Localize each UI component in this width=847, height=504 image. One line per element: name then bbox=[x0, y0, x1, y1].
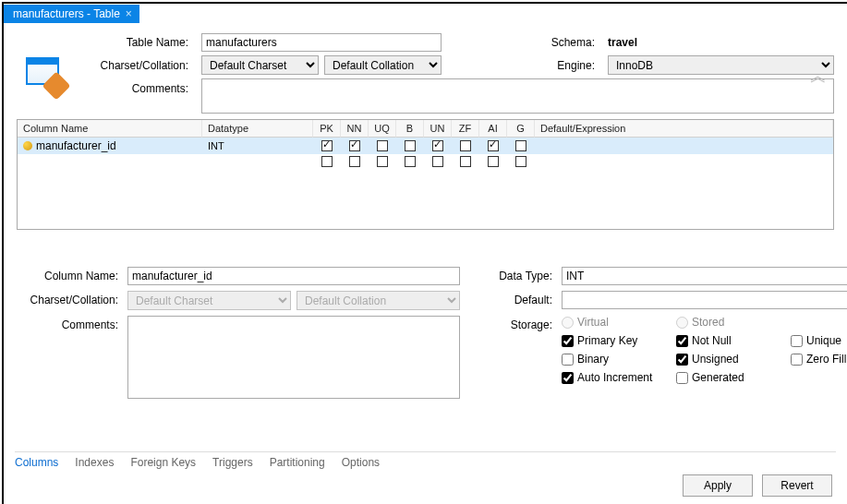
engine-select[interactable]: InnoDB bbox=[608, 55, 834, 75]
column-name-label: Column Name: bbox=[17, 267, 118, 282]
table-row-b[interactable] bbox=[396, 138, 424, 154]
table-row-zf[interactable] bbox=[452, 138, 479, 154]
column-name-input[interactable] bbox=[127, 267, 460, 285]
nn-checkbox[interactable]: Not Null bbox=[676, 334, 778, 347]
storage-options: Virtual Stored Primary Key Not Null Uniq… bbox=[562, 316, 847, 384]
tab-indexes[interactable]: Indexes bbox=[75, 456, 114, 469]
table-row-nn[interactable] bbox=[341, 138, 369, 154]
schema-label: Schema: bbox=[451, 36, 599, 49]
zf-checkbox[interactable]: Zero Fill bbox=[791, 353, 847, 366]
pk-checkbox[interactable]: Primary Key bbox=[562, 334, 663, 347]
table-name-label: Table Name: bbox=[81, 36, 192, 49]
col-header-uq[interactable]: UQ bbox=[369, 120, 396, 138]
b-checkbox[interactable]: Binary bbox=[562, 353, 663, 366]
default-input[interactable] bbox=[562, 291, 847, 309]
table-row-uq[interactable] bbox=[369, 138, 396, 154]
table-row-name[interactable]: manufacturer_id bbox=[18, 138, 202, 154]
bottom-tabs: Columns Indexes Foreign Keys Triggers Pa… bbox=[15, 451, 836, 469]
table-icon bbox=[17, 54, 72, 94]
detail-charset-label: Charset/Collation: bbox=[17, 291, 118, 306]
tab-title: manufacturers - Table bbox=[13, 7, 120, 20]
table-row-un[interactable] bbox=[424, 138, 452, 154]
table-editor-frame: manufacturers - Table × ︽ Table Name: Sc… bbox=[2, 2, 847, 504]
revert-button[interactable]: Revert bbox=[762, 474, 832, 497]
tab-foreign-keys[interactable]: Foreign Keys bbox=[130, 456, 196, 469]
comments-label: Comments: bbox=[81, 78, 192, 95]
stored-radio: Stored bbox=[676, 316, 778, 329]
comments-textarea[interactable] bbox=[201, 78, 834, 114]
detail-comments-textarea[interactable] bbox=[127, 316, 460, 399]
close-icon[interactable]: × bbox=[126, 7, 132, 20]
col-header-un[interactable]: UN bbox=[424, 120, 452, 138]
tab-partitioning[interactable]: Partitioning bbox=[270, 456, 325, 469]
table-row-datatype[interactable]: INT bbox=[202, 138, 313, 154]
un-checkbox[interactable]: Unsigned bbox=[676, 353, 778, 366]
action-buttons: Apply Revert bbox=[683, 474, 832, 497]
col-header-pk[interactable]: PK bbox=[313, 120, 341, 138]
engine-label: Engine: bbox=[451, 59, 599, 72]
col-header-default[interactable]: Default/Expression bbox=[535, 120, 833, 138]
detail-collation-select: Default Collation bbox=[296, 291, 460, 310]
document-tabbar: manufacturers - Table × bbox=[4, 4, 847, 24]
collation-select[interactable]: Default Collation bbox=[324, 55, 442, 75]
ai-checkbox[interactable]: Auto Increment bbox=[562, 371, 663, 384]
apply-button[interactable]: Apply bbox=[683, 474, 753, 497]
tab-options[interactable]: Options bbox=[342, 456, 380, 469]
table-row-default[interactable] bbox=[535, 138, 833, 154]
storage-label: Storage: bbox=[469, 316, 552, 331]
datatype-input[interactable] bbox=[562, 267, 847, 285]
table-name-input[interactable] bbox=[201, 33, 442, 52]
table-row-ai[interactable] bbox=[479, 138, 507, 154]
schema-value: travel bbox=[608, 36, 834, 49]
charset-select[interactable]: Default Charset bbox=[201, 55, 319, 75]
col-header-zf[interactable]: ZF bbox=[452, 120, 479, 138]
columns-grid: Column Name Datatype PK NN UQ B UN ZF AI… bbox=[17, 119, 834, 230]
editor-content: ︽ Table Name: Schema: travel Charset/Col… bbox=[4, 24, 847, 504]
document-tab-manufacturers[interactable]: manufacturers - Table × bbox=[4, 5, 139, 23]
charset-label: Charset/Collation: bbox=[81, 59, 192, 72]
table-row-pk[interactable] bbox=[313, 138, 341, 154]
tab-columns[interactable]: Columns bbox=[15, 456, 58, 469]
col-header-b[interactable]: B bbox=[396, 120, 424, 138]
virtual-radio: Virtual bbox=[562, 316, 663, 329]
table-row-empty[interactable] bbox=[18, 154, 202, 169]
tab-triggers[interactable]: Triggers bbox=[212, 456, 253, 469]
detail-comments-label: Comments: bbox=[17, 316, 118, 331]
col-header-g[interactable]: G bbox=[507, 120, 535, 138]
col-header-name[interactable]: Column Name bbox=[18, 120, 202, 138]
table-row-g[interactable] bbox=[507, 138, 535, 154]
default-label: Default: bbox=[469, 291, 552, 306]
col-header-datatype[interactable]: Datatype bbox=[202, 120, 313, 138]
datatype-label: Data Type: bbox=[469, 267, 552, 282]
col-header-nn[interactable]: NN bbox=[341, 120, 369, 138]
collapse-icon[interactable]: ︽ bbox=[810, 65, 827, 87]
col-header-ai[interactable]: AI bbox=[479, 120, 507, 138]
primary-key-icon bbox=[23, 141, 32, 150]
g-checkbox[interactable]: Generated bbox=[676, 371, 778, 384]
uq-checkbox[interactable]: Unique bbox=[791, 334, 847, 347]
detail-charset-select: Default Charset bbox=[127, 291, 291, 310]
